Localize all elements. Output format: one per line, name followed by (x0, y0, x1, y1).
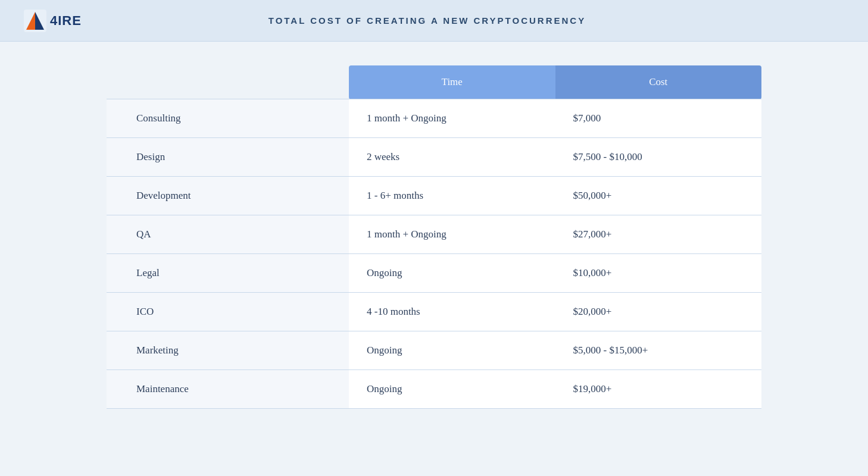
cell-cost: $5,000 - $15,000+ (555, 331, 762, 370)
cell-time: 2 weeks (349, 138, 555, 177)
col-header-service (107, 65, 349, 99)
logo-text: 4IRE (50, 13, 82, 29)
table-wrapper: Time Cost Consulting1 month + Ongoing$7,… (48, 65, 820, 409)
cell-service: QA (107, 215, 349, 254)
main-content: Time Cost Consulting1 month + Ongoing$7,… (0, 42, 868, 433)
cell-cost: $10,000+ (555, 254, 762, 293)
cell-service: Maintenance (107, 370, 349, 409)
logo: 4IRE (24, 10, 82, 32)
page-header: 4IRE TOTAL COST OF CREATING A NEW CRYPTO… (0, 0, 868, 42)
cell-time: Ongoing (349, 254, 555, 293)
logo-icon (24, 10, 46, 32)
col-header-cost: Cost (555, 65, 762, 99)
cell-service: Legal (107, 254, 349, 293)
page-title: TOTAL COST OF CREATING A NEW CRYPTOCURRE… (268, 15, 586, 26)
cell-cost: $7,000 (555, 99, 762, 138)
cell-cost: $50,000+ (555, 177, 762, 215)
table-row: Design2 weeks$7,500 - $10,000 (107, 138, 761, 177)
table-row: Consulting1 month + Ongoing$7,000 (107, 99, 761, 138)
cell-service: Design (107, 138, 349, 177)
cell-cost: $19,000+ (555, 370, 762, 409)
page-title-container: TOTAL COST OF CREATING A NEW CRYPTOCURRE… (82, 15, 773, 26)
cell-service: Marketing (107, 331, 349, 370)
table-row: MaintenanceOngoing$19,000+ (107, 370, 761, 409)
cell-service: Consulting (107, 99, 349, 138)
cost-table: Time Cost Consulting1 month + Ongoing$7,… (107, 65, 761, 409)
cell-time: 1 month + Ongoing (349, 99, 555, 138)
table-body: Consulting1 month + Ongoing$7,000Design2… (107, 99, 761, 409)
table-row: Development1 - 6+ months$50,000+ (107, 177, 761, 215)
cell-time: 1 - 6+ months (349, 177, 555, 215)
cell-service: Development (107, 177, 349, 215)
cell-time: Ongoing (349, 331, 555, 370)
table-row: LegalOngoing$10,000+ (107, 254, 761, 293)
cell-time: 4 -10 months (349, 293, 555, 331)
table-header-row: Time Cost (107, 65, 761, 99)
col-header-time: Time (349, 65, 555, 99)
table-row: ICO4 -10 months$20,000+ (107, 293, 761, 331)
cell-cost: $27,000+ (555, 215, 762, 254)
table-row: QA1 month + Ongoing$27,000+ (107, 215, 761, 254)
cell-cost: $7,500 - $10,000 (555, 138, 762, 177)
cell-time: Ongoing (349, 370, 555, 409)
cell-time: 1 month + Ongoing (349, 215, 555, 254)
table-row: MarketingOngoing$5,000 - $15,000+ (107, 331, 761, 370)
cell-service: ICO (107, 293, 349, 331)
cell-cost: $20,000+ (555, 293, 762, 331)
